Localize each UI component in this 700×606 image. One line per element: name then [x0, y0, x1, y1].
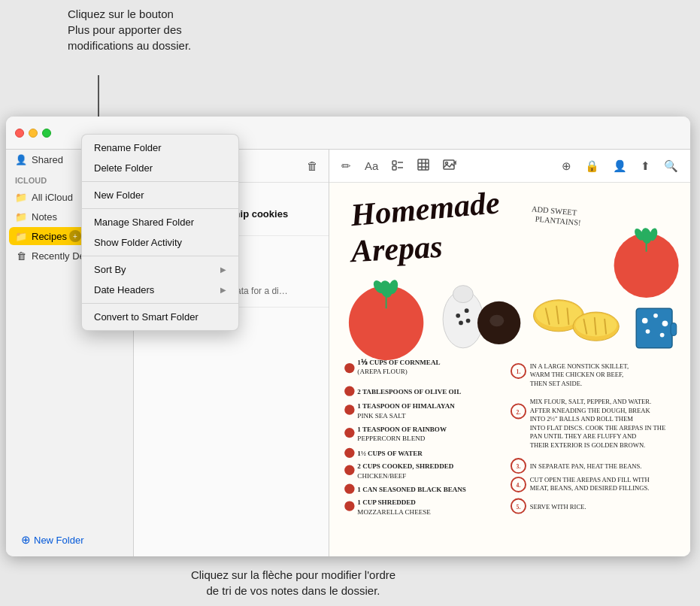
svg-text:Homemade: Homemade: [349, 185, 502, 232]
svg-point-27: [453, 286, 473, 303]
svg-rect-51: [671, 323, 677, 335]
trash-folder-icon: 🗑: [15, 250, 27, 262]
svg-text:IN A LARGE NONSTICK SKILLET,: IN A LARGE NONSTICK SKILLET,: [530, 362, 629, 370]
svg-text:2 TABLESPOONS OF OLIVE OIL: 2 TABLESPOONS OF OLIVE OIL: [357, 388, 461, 395]
svg-text:Arepas: Arepas: [348, 229, 444, 268]
ctx-manage-shared[interactable]: Manage Shared Folder: [82, 212, 238, 232]
svg-text:2 CUPS COOKED, SHREDDED: 2 CUPS COOKED, SHREDDED: [357, 462, 453, 470]
recipe-illustration: Homemade Arepas ADD SWEET PLANTAINS!: [329, 183, 690, 556]
svg-text:1 TEASPOON OF HIMALAYAN: 1 TEASPOON OF HIMALAYAN: [357, 402, 455, 410]
lock-button[interactable]: 🔒: [582, 158, 602, 174]
svg-point-28: [456, 314, 460, 318]
svg-text:1.: 1.: [517, 368, 521, 375]
svg-text:1 TEASPOON OF RAINBOW: 1 TEASPOON OF RAINBOW: [357, 426, 447, 433]
svg-point-57: [344, 363, 354, 373]
ctx-show-activity[interactable]: Show Folder Activity: [82, 232, 238, 253]
ctx-sort-by[interactable]: Sort By ▶: [82, 259, 238, 280]
media-button[interactable]: [440, 157, 459, 174]
table-button[interactable]: [414, 157, 432, 174]
sidebar-shared-label: Shared: [32, 154, 63, 165]
search-button[interactable]: 🔍: [661, 158, 681, 174]
svg-text:IN SEPARATE PAN, HEAT THE BEAN: IN SEPARATE PAN, HEAT THE BEANS.: [530, 462, 642, 470]
new-folder-label: New Folder: [34, 535, 83, 546]
ctx-convert-smart-label: Convert to Smart Folder: [94, 311, 198, 323]
svg-rect-8: [392, 166, 396, 170]
content-panel: ✏ Aa: [329, 150, 690, 556]
sidebar-recipes-label: Recipes: [32, 231, 67, 242]
svg-point-46: [642, 318, 648, 324]
ctx-separator-2: [82, 208, 238, 209]
edit-button[interactable]: ✏: [338, 158, 354, 174]
svg-text:INTO FLAT DISCS. COOK THE AREP: INTO FLAT DISCS. COOK THE AREPAS IN THE: [530, 424, 666, 432]
annotation-bottom: Cliquez sur la flèche pour modifier l'or…: [143, 567, 444, 598]
svg-text:(AREPA FLOUR): (AREPA FLOUR): [357, 368, 407, 375]
content-area: Homemade Arepas ADD SWEET PLANTAINS!: [329, 183, 690, 556]
people-button[interactable]: 👤: [610, 158, 630, 174]
svg-point-70: [344, 465, 354, 475]
ctx-convert-smart[interactable]: Convert to Smart Folder: [82, 307, 238, 327]
svg-point-31: [466, 319, 471, 323]
ctx-delete-folder[interactable]: Delete Folder: [82, 158, 238, 178]
svg-point-62: [344, 405, 354, 414]
notes-folder-icon: 📁: [15, 211, 27, 223]
svg-text:THEIR EXTERIOR IS GOLDEN BROWN: THEIR EXTERIOR IS GOLDEN BROWN.: [530, 441, 645, 449]
svg-text:MOZZARELLA CHEESE: MOZZARELLA CHEESE: [357, 508, 431, 516]
svg-text:1 CUP SHREDDED: 1 CUP SHREDDED: [357, 498, 416, 506]
svg-text:4.: 4.: [517, 482, 521, 489]
svg-point-75: [344, 501, 354, 511]
svg-text:2.: 2.: [517, 409, 521, 416]
share-button[interactable]: ⬆: [638, 158, 653, 174]
minimize-button[interactable]: [29, 129, 38, 138]
svg-point-49: [646, 329, 650, 334]
format-button[interactable]: Aa: [362, 158, 381, 174]
svg-point-16: [446, 162, 448, 165]
svg-text:MIX FLOUR, SALT, PEPPER, AND W: MIX FLOUR, SALT, PEPPER, AND WATER.: [530, 398, 651, 405]
new-folder-plus-icon: ⊕: [21, 533, 31, 547]
svg-text:1⅓ CUPS OF CORNMEAL: 1⅓ CUPS OF CORNMEAL: [357, 359, 440, 366]
content-toolbar-right: ⊕ 🔒 👤 ⬆ 🔍: [559, 158, 681, 174]
svg-point-47: [653, 314, 658, 318]
ctx-manage-shared-label: Manage Shared Folder: [94, 217, 194, 228]
svg-point-30: [459, 321, 463, 326]
svg-text:AFTER KNEADING THE DOUGH, BREA: AFTER KNEADING THE DOUGH, BREAK: [530, 407, 651, 414]
ctx-date-headers[interactable]: Date Headers ▶: [82, 280, 238, 300]
ctx-new-folder[interactable]: New Folder: [82, 185, 238, 205]
context-menu: Rename Folder Delete Folder New Folder M…: [81, 134, 239, 331]
svg-point-33: [489, 315, 504, 326]
new-folder-button[interactable]: ⊕ New Folder: [15, 530, 124, 550]
close-button[interactable]: [15, 129, 24, 138]
trash-button[interactable]: 🗑: [305, 158, 320, 174]
recipes-folder-icon: 📁: [15, 230, 27, 242]
ctx-separator-3: [82, 256, 238, 256]
svg-text:5.: 5.: [517, 504, 521, 511]
svg-text:PAN UNTIL THEY ARE FLUFFY AND: PAN UNTIL THEY ARE FLUFFY AND: [530, 432, 637, 440]
folder-plus-button[interactable]: +: [69, 230, 81, 242]
ctx-new-folder-label: New Folder: [94, 189, 144, 201]
maximize-button[interactable]: [42, 129, 51, 138]
svg-text:CHICKEN/BEEF: CHICKEN/BEEF: [357, 472, 406, 480]
ctx-rename-folder[interactable]: Rename Folder: [82, 138, 238, 158]
svg-rect-10: [418, 159, 429, 170]
svg-text:1½ CUPS OF WATER: 1½ CUPS OF WATER: [357, 450, 423, 457]
ctx-sort-by-label: Sort By: [94, 264, 126, 275]
svg-point-68: [344, 448, 354, 458]
sidebar-all-icloud-label: All iCloud: [32, 192, 73, 203]
svg-text:THEN SET ASIDE.: THEN SET ASIDE.: [530, 380, 582, 387]
svg-point-29: [465, 308, 469, 313]
annotation-top: Cliquez sur le bouton Plus pour apporter…: [68, 6, 263, 53]
ctx-date-headers-label: Date Headers: [94, 284, 154, 295]
svg-text:CUT OPEN THE AREPAS AND FILL W: CUT OPEN THE AREPAS AND FILL WITH: [530, 476, 650, 483]
svg-text:WARM THE CHICKEN OR BEEF,: WARM THE CHICKEN OR BEEF,: [530, 371, 623, 378]
ctx-separator-1: [82, 181, 238, 182]
svg-rect-6: [392, 161, 396, 165]
sidebar-notes-label: Notes: [32, 211, 57, 223]
sidebar-footer: ⊕ New Folder: [6, 523, 133, 556]
shared-icon: 👤: [15, 153, 27, 165]
recipe-content: Homemade Arepas ADD SWEET PLANTAINS!: [329, 183, 690, 556]
svg-point-65: [344, 428, 354, 438]
checklist-button[interactable]: [389, 157, 407, 174]
collab-button[interactable]: ⊕: [559, 158, 574, 174]
svg-text:MEAT, BEANS, AND DESIRED FILLI: MEAT, BEANS, AND DESIRED FILLINGS.: [530, 484, 650, 492]
ctx-show-activity-label: Show Folder Activity: [94, 237, 182, 248]
ctx-date-arrow: ▶: [220, 286, 226, 294]
